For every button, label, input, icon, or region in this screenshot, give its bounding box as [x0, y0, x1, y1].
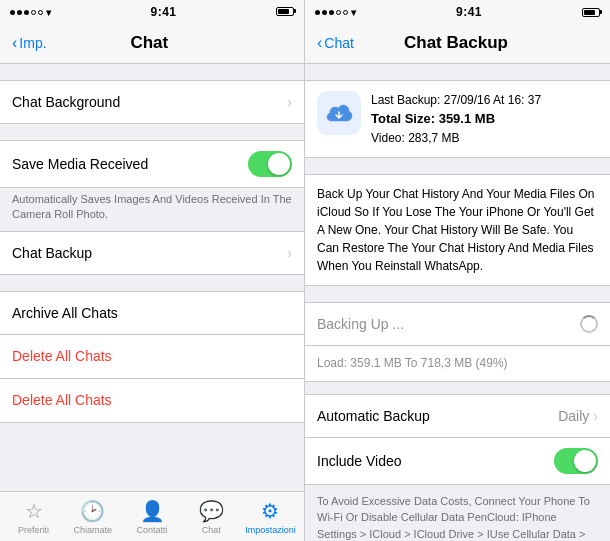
section-chat-backup: Chat Backup › [0, 231, 304, 275]
tab-preferiti[interactable]: ☆ Preferiti [4, 492, 63, 541]
chat-icon: 💬 [199, 499, 224, 523]
delete-all-2-cell[interactable]: Delete All Chats [0, 379, 304, 423]
person-icon: 👤 [140, 499, 165, 523]
chat-background-cell[interactable]: Chat Background › [0, 80, 304, 124]
save-media-cell[interactable]: Save Media Received [0, 140, 304, 188]
backup-description: Back Up Your Chat History And Your Media… [305, 174, 610, 286]
separator-2 [0, 124, 304, 140]
battery-icon [276, 7, 294, 18]
dot5 [38, 10, 43, 15]
battery [276, 7, 294, 16]
rdot4 [336, 10, 341, 15]
rdot1 [315, 10, 320, 15]
load-progress-cell: Load: 359.1 MB To 718,3 MB (49%) [305, 346, 610, 382]
archive-all-cell[interactable]: Archive All Chats [0, 291, 304, 335]
footer-note: To Avoid Excessive Data Costs, Connect Y… [305, 485, 610, 542]
last-backup-text: Last Backup: 27/09/16 At 16: 37 [371, 91, 598, 109]
left-settings-list: Chat Background › Save Media Received Au… [0, 64, 304, 491]
dot4 [31, 10, 36, 15]
right-back-chevron-icon: ‹ [317, 35, 322, 51]
right-time: 9:41 [456, 5, 482, 19]
save-media-toggle[interactable] [248, 151, 292, 177]
chat-background-chevron-icon: › [287, 94, 292, 110]
include-video-cell[interactable]: Include Video [305, 438, 610, 485]
star-icon: ☆ [25, 499, 43, 523]
tab-chat[interactable]: 💬 Chat [182, 492, 241, 541]
left-nav-bar: ‹ Imp. Chat [0, 22, 304, 64]
tab-chat-label: Chat [202, 525, 221, 535]
right-wifi-icon: ▾ [351, 7, 356, 18]
right-nav-title: Chat Backup [354, 33, 558, 53]
left-nav-back[interactable]: ‹ Imp. [12, 35, 47, 51]
chat-background-label: Chat Background [12, 94, 287, 110]
rdot3 [329, 10, 334, 15]
save-media-label: Save Media Received [12, 156, 248, 172]
battery-fill [278, 9, 289, 14]
tab-chiamate-label: Chiamate [74, 525, 113, 535]
right-separator-3 [305, 286, 610, 302]
signal-dots [10, 10, 43, 15]
include-video-knob [574, 450, 596, 472]
tab-impostazioni-label: Impostazioni [245, 525, 296, 535]
total-size-text: Total Size: 359.1 MB [371, 109, 598, 129]
clock-icon: 🕑 [80, 499, 105, 523]
right-nav-back[interactable]: ‹ Chat [317, 35, 354, 51]
chat-backup-label: Chat Backup [12, 245, 287, 261]
dot2 [17, 10, 22, 15]
include-video-label: Include Video [317, 453, 554, 469]
right-battery-fill [584, 10, 595, 15]
tab-contatti[interactable]: 👤 Contatti [122, 492, 181, 541]
chat-backup-cell[interactable]: Chat Backup › [0, 231, 304, 275]
tab-chiamate[interactable]: 🕑 Chiamate [63, 492, 122, 541]
delete-all-1-label: Delete All Chats [12, 348, 292, 364]
chat-backup-chevron-icon: › [287, 245, 292, 261]
right-settings-list: Last Backup: 27/09/16 At 16: 37 Total Si… [305, 64, 610, 541]
save-media-footer: Automatically Saves Images And Videos Re… [0, 188, 304, 231]
load-progress-text: Load: 359.1 MB To 718,3 MB (49%) [317, 356, 508, 370]
left-time: 9:41 [150, 5, 176, 19]
toggle-knob [268, 153, 290, 175]
right-separator-1 [305, 64, 610, 80]
include-video-toggle[interactable] [554, 448, 598, 474]
cloud-info-text: Last Backup: 27/09/16 At 16: 37 Total Si… [371, 91, 598, 147]
auto-backup-cell[interactable]: Automatic Backup Daily › [305, 394, 610, 438]
archive-all-label: Archive All Chats [12, 305, 292, 321]
delete-all-1-cell[interactable]: Delete All Chats [0, 335, 304, 379]
backing-up-cell: Backing Up ... [305, 302, 610, 346]
right-signal-icons: ▾ [315, 7, 356, 18]
right-back-label: Chat [324, 35, 354, 51]
left-back-label: Imp. [19, 35, 46, 51]
left-status-bar: ▾ 9:41 [0, 0, 304, 22]
right-battery [582, 8, 600, 17]
right-right-icons [582, 8, 600, 17]
dot1 [10, 10, 15, 15]
tab-impostazioni[interactable]: ⚙ Impostazioni [241, 492, 300, 541]
delete-all-2-label: Delete All Chats [12, 392, 292, 408]
icloud-icon [317, 91, 361, 135]
left-tab-bar: ☆ Preferiti 🕑 Chiamate 👤 Contatti 💬 Chat… [0, 491, 304, 541]
tab-contatti-label: Contatti [136, 525, 167, 535]
section-background: Chat Background › [0, 80, 304, 124]
spinner-icon [580, 315, 598, 333]
right-panel: ▾ 9:41 ‹ Chat Chat Backup Last Backup: [305, 0, 610, 541]
left-right-icons [276, 7, 294, 18]
section-save-media: Save Media Received Automatically Saves … [0, 140, 304, 231]
dot3 [24, 10, 29, 15]
back-chevron-icon: ‹ [12, 35, 17, 51]
separator-1 [0, 64, 304, 80]
wifi-icon: ▾ [46, 7, 51, 18]
backing-up-label: Backing Up ... [317, 316, 404, 332]
rdot2 [322, 10, 327, 15]
auto-backup-label: Automatic Backup [317, 408, 558, 424]
left-signal-icons: ▾ [10, 7, 51, 18]
cloud-info-cell: Last Backup: 27/09/16 At 16: 37 Total Si… [305, 80, 610, 158]
video-size-text: Video: 283,7 MB [371, 129, 598, 147]
right-separator-2 [305, 158, 610, 174]
auto-backup-chevron-icon: › [593, 408, 598, 424]
right-nav-bar: ‹ Chat Chat Backup [305, 22, 610, 64]
left-nav-title: Chat [47, 33, 252, 53]
auto-backup-value: Daily [558, 408, 589, 424]
backup-description-text: Back Up Your Chat History And Your Media… [317, 187, 594, 273]
gear-icon: ⚙ [261, 499, 279, 523]
rdot5 [343, 10, 348, 15]
